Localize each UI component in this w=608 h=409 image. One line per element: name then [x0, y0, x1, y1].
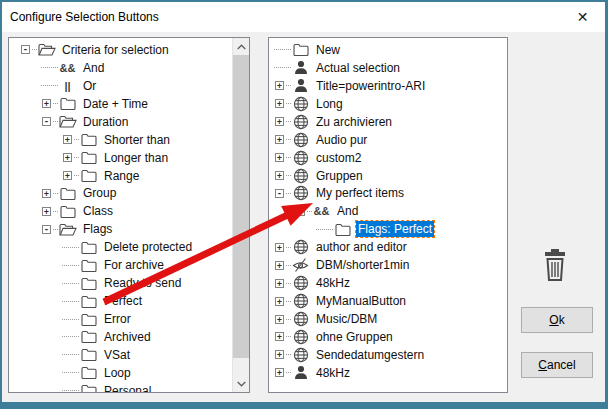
expand-toggle-icon[interactable]: +: [275, 368, 284, 377]
trash-icon[interactable]: [541, 247, 569, 283]
tree-item[interactable]: -Flags: [9, 220, 232, 238]
tree-item-label[interactable]: DBM/shorter1min: [314, 257, 411, 273]
tree-item-label[interactable]: author and editor: [314, 239, 409, 255]
tree-item[interactable]: +Music/DBM: [269, 310, 507, 328]
tree-item[interactable]: Personal: [9, 382, 232, 392]
expand-toggle-icon[interactable]: +: [275, 135, 284, 144]
tree-item[interactable]: +author and editor: [269, 238, 507, 256]
tree-item-label[interactable]: Delete protected: [102, 239, 194, 255]
ok-button[interactable]: Ok: [521, 307, 593, 333]
tree-item-label[interactable]: For archive: [102, 257, 166, 273]
tree-item[interactable]: +ohne Gruppen: [269, 328, 507, 346]
tree-item-label[interactable]: Date + Time: [81, 96, 150, 112]
tree-item-label[interactable]: Personal: [102, 383, 153, 392]
tree-item[interactable]: +DBM/shorter1min: [269, 256, 507, 274]
tree-item-label[interactable]: Music/DBM: [314, 311, 379, 327]
tree-item[interactable]: +custom2: [269, 149, 507, 167]
tree-item-label[interactable]: VSat: [102, 347, 132, 363]
tree-item[interactable]: New: [269, 41, 507, 59]
tree-item-label[interactable]: Criteria for selection: [60, 42, 171, 58]
tree-item-label[interactable]: New: [314, 42, 342, 58]
tree-item[interactable]: +48kHz: [269, 274, 507, 292]
tree-item-label[interactable]: Ready to send: [102, 275, 183, 291]
expand-toggle-icon[interactable]: +: [275, 99, 284, 108]
tree-item[interactable]: +48kHz: [269, 364, 507, 382]
tree-item[interactable]: +Group: [9, 185, 232, 203]
expand-toggle-icon[interactable]: +: [275, 81, 284, 90]
collapse-toggle-icon[interactable]: -: [42, 225, 51, 234]
expand-toggle-icon[interactable]: +: [275, 297, 284, 306]
expand-toggle-icon[interactable]: +: [42, 207, 51, 216]
tree-item-label[interactable]: Shorter than: [102, 132, 172, 148]
tree-item[interactable]: +Date + Time: [9, 95, 232, 113]
tree-item[interactable]: -&&And: [269, 202, 507, 220]
tree-item[interactable]: +Zu archivieren: [269, 113, 507, 131]
expand-toggle-icon[interactable]: +: [275, 117, 284, 126]
tree-item[interactable]: ||Or: [9, 77, 232, 95]
expand-toggle-icon[interactable]: +: [275, 243, 284, 252]
tree-item[interactable]: Error: [9, 310, 232, 328]
expand-toggle-icon[interactable]: +: [42, 189, 51, 198]
tree-item[interactable]: +MyManualButton: [269, 292, 507, 310]
tree-item[interactable]: -Duration: [9, 113, 232, 131]
tree-item-label[interactable]: Flags: [81, 221, 114, 237]
tree-item[interactable]: VSat: [9, 346, 232, 364]
expand-toggle-icon[interactable]: +: [275, 332, 284, 341]
tree-item[interactable]: +Range: [9, 167, 232, 185]
tree-item-label[interactable]: Longer than: [102, 150, 170, 166]
tree-item-label[interactable]: Audio pur: [314, 132, 369, 148]
tree-item[interactable]: -My perfect items: [269, 185, 507, 203]
scrollbar-thumb[interactable]: [233, 55, 250, 358]
tree-item-label[interactable]: Error: [102, 311, 133, 327]
tree-item-label[interactable]: And: [335, 203, 360, 219]
tree-item[interactable]: Ready to send: [9, 274, 232, 292]
tree-item-label[interactable]: MyManualButton: [314, 293, 408, 309]
tree-item-label[interactable]: Long: [314, 96, 345, 112]
expand-toggle-icon[interactable]: +: [63, 171, 72, 180]
tree-item-label[interactable]: Flags: Perfect: [356, 221, 434, 237]
tree-item-label[interactable]: Sendedatumgestern: [314, 347, 426, 363]
tree-item-label[interactable]: Archived: [102, 329, 153, 345]
tree-item[interactable]: Loop: [9, 364, 232, 382]
tree-item[interactable]: +Long: [269, 95, 507, 113]
tree-item[interactable]: For archive: [9, 256, 232, 274]
tree-item-label[interactable]: Zu archivieren: [314, 114, 394, 130]
collapse-toggle-icon[interactable]: -: [296, 207, 305, 216]
tree-item[interactable]: +Longer than: [9, 149, 232, 167]
tree-item-label[interactable]: Range: [102, 168, 141, 184]
tree-item[interactable]: -Criteria for selection: [9, 41, 232, 59]
tree-item[interactable]: +Shorter than: [9, 131, 232, 149]
tree-item-label[interactable]: ohne Gruppen: [314, 329, 395, 345]
tree-item-label[interactable]: Duration: [81, 114, 130, 130]
collapse-toggle-icon[interactable]: -: [21, 45, 30, 54]
tree-item[interactable]: +Title=powerintro-ARI: [269, 77, 507, 95]
tree-item-label[interactable]: Title=powerintro-ARI: [314, 78, 427, 94]
tree-item-label[interactable]: 48kHz: [314, 365, 352, 381]
cancel-button[interactable]: Cancel: [521, 352, 593, 378]
tree-item[interactable]: +Gruppen: [269, 167, 507, 185]
tree-item-label[interactable]: Or: [81, 78, 98, 94]
expand-toggle-icon[interactable]: +: [275, 171, 284, 180]
expand-toggle-icon[interactable]: +: [63, 153, 72, 162]
tree-item-label[interactable]: 48kHz: [314, 275, 352, 291]
expand-toggle-icon[interactable]: +: [275, 153, 284, 162]
tree-item[interactable]: +Class: [9, 202, 232, 220]
expand-toggle-icon[interactable]: +: [275, 279, 284, 288]
tree-item[interactable]: +Sendedatumgestern: [269, 346, 507, 364]
title-bar[interactable]: Configure Selection Buttons: [2, 2, 605, 32]
expand-toggle-icon[interactable]: +: [275, 350, 284, 359]
tree-item-label[interactable]: Perfect: [102, 293, 144, 309]
tree-item-label[interactable]: Class: [81, 203, 115, 219]
scroll-down-icon[interactable]: [233, 375, 250, 392]
tree-item-label[interactable]: custom2: [314, 150, 363, 166]
tree-item-label[interactable]: And: [81, 60, 106, 76]
close-button[interactable]: ✕: [560, 2, 605, 32]
tree-item[interactable]: Delete protected: [9, 238, 232, 256]
tree-item[interactable]: Flags: Perfect: [269, 220, 507, 238]
expand-toggle-icon[interactable]: +: [275, 261, 284, 270]
tree-item[interactable]: Archived: [9, 328, 232, 346]
scroll-up-icon[interactable]: [233, 38, 250, 55]
tree-item-label[interactable]: Group: [81, 185, 118, 201]
tree-item[interactable]: Perfect: [9, 292, 232, 310]
expand-toggle-icon[interactable]: +: [275, 315, 284, 324]
